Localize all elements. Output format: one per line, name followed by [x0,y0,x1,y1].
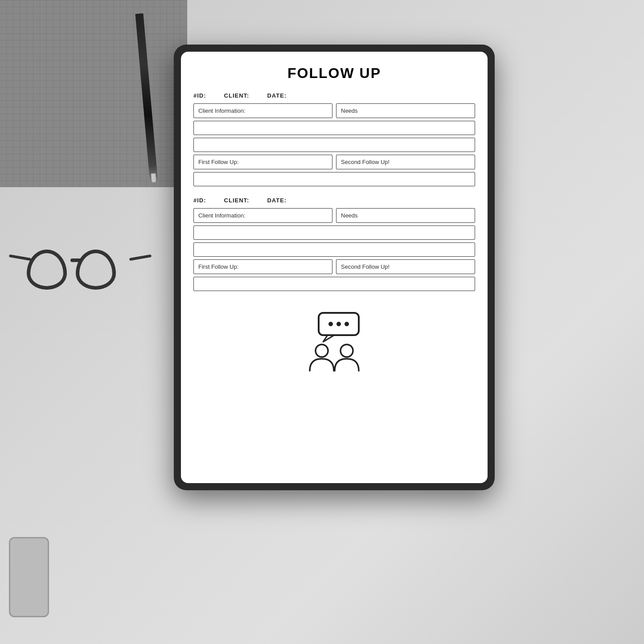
chat-icon-area [193,302,475,377]
second-follow-up-field-2[interactable]: Second Follow Up! [336,259,475,274]
needs-field-2[interactable]: Needs [336,208,475,223]
text-line-1a[interactable] [193,121,475,135]
date-label-2: DATE: [267,197,287,204]
field-row-1a: Client Information: Needs [193,103,475,118]
tablet: FOLLOW UP #ID: CLIENT: DATE: Client Info… [174,45,495,490]
glasses-decoration [22,232,138,312]
first-follow-up-field-2[interactable]: First Follow Up: [193,259,332,274]
people-chat-icon [299,311,370,373]
field-row-2b: First Follow Up: Second Follow Up! [193,259,475,274]
section-2-meta: #ID: CLIENT: DATE: [193,197,475,204]
section-1: #ID: CLIENT: DATE: Client Information: N… [193,92,475,186]
text-line-2c[interactable] [193,277,475,291]
glasses-lens-right [76,250,116,290]
laptop-decoration [0,0,187,187]
text-line-2a[interactable] [193,226,475,240]
text-line-1c[interactable] [193,172,475,186]
date-label-1: DATE: [267,92,287,99]
page-title: FOLLOW UP [193,65,475,82]
svg-point-4 [316,345,328,357]
document-content: FOLLOW UP #ID: CLIENT: DATE: Client Info… [181,52,488,483]
text-line-2b[interactable] [193,242,475,257]
first-follow-up-field-1[interactable]: First Follow Up: [193,155,332,169]
glasses-bridge [70,258,81,262]
svg-point-3 [345,322,349,326]
svg-point-5 [340,345,353,357]
glasses-lens-left [27,250,67,290]
text-line-1b[interactable] [193,138,475,152]
phone-decoration [9,537,49,617]
id-label-2: #ID: [193,197,206,204]
section-2: #ID: CLIENT: DATE: Client Information: N… [193,197,475,291]
section-1-meta: #ID: CLIENT: DATE: [193,92,475,99]
svg-point-1 [328,322,333,326]
second-follow-up-field-1[interactable]: Second Follow Up! [336,155,475,169]
svg-point-2 [336,322,341,326]
client-info-field-1[interactable]: Client Information: [193,103,332,118]
needs-field-1[interactable]: Needs [336,103,475,118]
field-row-1b: First Follow Up: Second Follow Up! [193,155,475,169]
client-label-1: CLIENT: [224,92,250,99]
id-label-1: #ID: [193,92,206,99]
client-info-field-2[interactable]: Client Information: [193,208,332,223]
field-row-2a: Client Information: Needs [193,208,475,223]
tablet-screen: FOLLOW UP #ID: CLIENT: DATE: Client Info… [181,52,488,483]
client-label-2: CLIENT: [224,197,250,204]
